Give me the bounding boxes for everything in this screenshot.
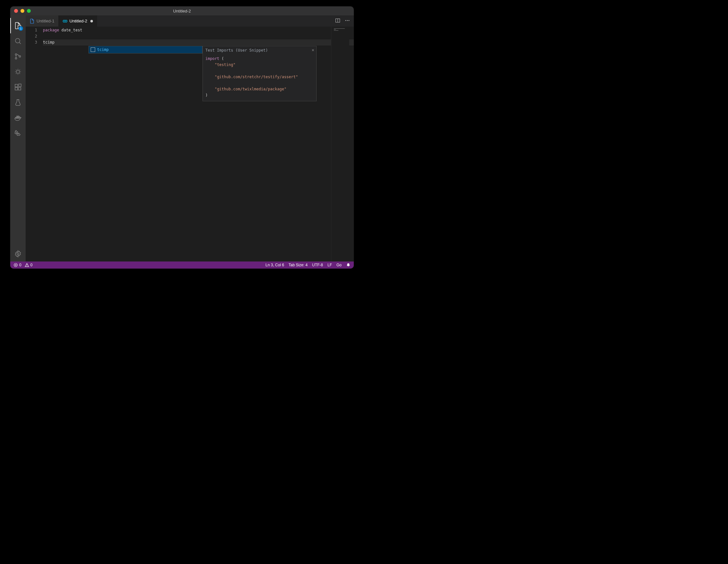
code-area[interactable]: package date_test tcimp tcimp × Test Imp… (43, 27, 354, 261)
split-editor-icon[interactable] (335, 18, 340, 24)
svg-rect-9 (19, 84, 21, 87)
tab-untitled-2[interactable]: Untitled-2 (59, 15, 97, 27)
svg-rect-14 (18, 116, 19, 117)
window-close-button[interactable] (14, 9, 18, 13)
line-number: 2 (26, 33, 43, 39)
close-icon[interactable]: × (312, 47, 314, 53)
status-warnings[interactable]: 0 (25, 263, 33, 267)
file-icon (29, 19, 35, 24)
status-notifications-icon[interactable] (346, 263, 351, 267)
svg-rect-8 (18, 87, 21, 90)
svg-point-19 (345, 20, 346, 21)
svg-point-5 (16, 70, 20, 73)
traffic-lights (10, 9, 31, 13)
code-line: tcimp (43, 39, 354, 46)
main-area: Untitled-1 Untitled-2 (26, 15, 354, 261)
details-code: import ( "testing" "github.com/stretchr/… (205, 56, 314, 98)
editor-window: Untitled-2 1 (10, 6, 354, 269)
body-area: 1 (10, 15, 354, 261)
titlebar[interactable]: Untitled-2 (10, 6, 354, 15)
snippet-icon (91, 47, 95, 52)
activity-search[interactable] (10, 33, 26, 49)
go-file-icon (62, 19, 68, 24)
details-title: Test Imports (User Snippet) (205, 48, 314, 53)
status-cursor-position[interactable]: Ln 3, Col 6 (266, 263, 284, 267)
window-title: Untitled-2 (173, 9, 191, 13)
tab-dirty-indicator (90, 20, 93, 22)
tabs-bar: Untitled-1 Untitled-2 (26, 15, 354, 27)
status-tab-size[interactable]: Tab Size: 4 (289, 263, 308, 267)
activity-extensions[interactable] (10, 79, 26, 95)
svg-point-2 (15, 54, 17, 55)
window-minimize-button[interactable] (21, 9, 24, 13)
suggest-details: × Test Imports (User Snippet) import ( "… (203, 46, 317, 101)
suggest-label: tcimp (97, 47, 109, 52)
code-editor[interactable]: 1 2 3 package date_test tcimp tcimp (26, 27, 354, 261)
tab-label: Untitled-2 (70, 19, 87, 23)
svg-point-3 (15, 58, 17, 59)
svg-rect-13 (17, 116, 18, 117)
code-line (43, 33, 354, 39)
activity-testing[interactable] (10, 95, 26, 110)
activity-source-control[interactable] (10, 49, 26, 64)
suggest-item[interactable]: tcimp (89, 46, 202, 53)
activity-bar: 1 (10, 15, 26, 261)
svg-rect-7 (15, 87, 18, 90)
line-number: 1 (26, 27, 43, 33)
status-bar: 0 0 Ln 3, Col 6 Tab Size: 4 UTF-8 LF Go (10, 261, 354, 269)
window-maximize-button[interactable] (27, 9, 31, 13)
activity-explorer[interactable]: 1 (10, 18, 26, 33)
activity-remote[interactable] (10, 126, 26, 141)
tab-untitled-1[interactable]: Untitled-1 (26, 15, 59, 27)
status-encoding[interactable]: UTF-8 (312, 263, 323, 267)
status-eol[interactable]: LF (327, 263, 332, 267)
svg-point-21 (349, 20, 350, 21)
status-errors[interactable]: 0 (13, 263, 21, 267)
code-line: package date_test (43, 27, 354, 33)
line-number: 3 (26, 39, 43, 46)
gutter: 1 2 3 (26, 27, 43, 261)
activity-docker[interactable] (10, 110, 26, 126)
tab-label: Untitled-1 (37, 19, 54, 23)
svg-point-20 (347, 20, 348, 21)
minimap[interactable] (331, 27, 349, 261)
svg-rect-6 (15, 84, 18, 87)
svg-point-15 (17, 253, 19, 255)
tabs-actions (331, 15, 354, 27)
activity-settings[interactable] (10, 246, 26, 261)
svg-point-1 (15, 38, 20, 43)
status-language[interactable]: Go (336, 263, 342, 267)
explorer-badge: 1 (19, 26, 23, 31)
suggest-widget[interactable]: tcimp (88, 46, 203, 54)
more-actions-icon[interactable] (345, 18, 350, 24)
activity-debug[interactable] (10, 64, 26, 79)
